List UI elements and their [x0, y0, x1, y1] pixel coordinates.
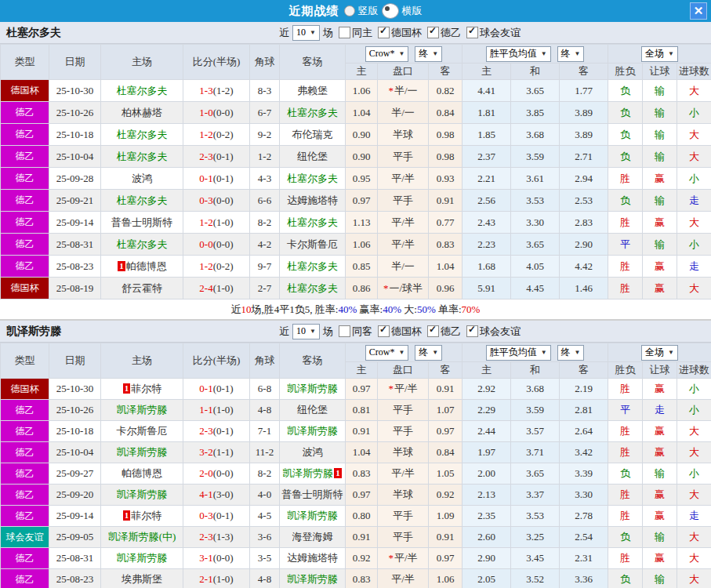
date-cell: 25-10-30 [49, 379, 101, 400]
chevron-down-icon: ▼ [668, 50, 674, 57]
friendly-checkbox[interactable] [466, 325, 478, 337]
handicap-line: 平手 [393, 425, 413, 437]
result-handicap-cell: 赢 [643, 421, 677, 442]
home-team-cell: 杜塞尔多夫 [101, 234, 183, 256]
result-handicap-cell: 赢 [643, 256, 677, 278]
score-cell: 0-1(0-1) [183, 168, 250, 190]
league-cell: 德乙 [1, 190, 49, 212]
radio-vertical-layout[interactable] [344, 5, 355, 16]
odds-home-cell: 0.83 [346, 569, 378, 588]
odds-home-cell: 0.97 [346, 485, 378, 506]
match-count-select[interactable]: 10 ▼ [292, 324, 320, 339]
radio-horizontal-label[interactable]: 横版 [402, 4, 423, 18]
same-home-label[interactable]: 同主 [352, 26, 372, 40]
friendly-label[interactable]: 球会友谊 [480, 26, 521, 40]
league2-checkbox[interactable] [427, 325, 439, 337]
league-cell: 德乙 [1, 442, 49, 463]
date-cell: 25-08-23 [49, 569, 101, 588]
odds-away-cell: 0.82 [429, 80, 463, 102]
handicap-line: 平/半 [391, 216, 415, 228]
league2-label[interactable]: 德乙 [441, 325, 461, 339]
league2-checkbox[interactable] [427, 27, 439, 38]
friendly-checkbox[interactable] [466, 27, 478, 38]
cup-label[interactable]: 德国杯 [391, 26, 422, 40]
avg-draw-cell: 3.59 [511, 400, 560, 421]
cup-checkbox[interactable] [378, 325, 390, 337]
league2-label[interactable]: 德乙 [441, 26, 461, 40]
handicap-line: 半/一 [391, 107, 415, 118]
odds-away-cell: 0.97 [429, 421, 463, 442]
match-row: 德乙25-09-14普鲁士明斯特1-2(1-0)8-2杜塞尔多夫1.13平/半0… [1, 212, 711, 234]
result-goals-cell: 大 [677, 442, 711, 463]
away-team-cell: 凯泽斯劳滕 [280, 506, 346, 527]
avg-away-cell: 2.19 [560, 379, 608, 400]
radio-horizontal-layout[interactable] [382, 3, 399, 19]
result-wdl-cell: 负 [608, 102, 643, 124]
avg-select[interactable]: 胜平负均值▼ [486, 46, 551, 62]
final-avg-select[interactable]: 终▼ [557, 345, 585, 361]
col-date: 日期 [49, 45, 101, 80]
handicap-line-cell: 半/一 [378, 256, 429, 278]
same-away-label[interactable]: 同客 [352, 325, 372, 339]
away-team-cell: 布伦瑞克 [280, 124, 346, 146]
team-name: 杜塞尔多夫 [287, 172, 338, 184]
filter-bar: 近 10 ▼ 场 同主 德国杯 德乙 球会友谊 [279, 25, 521, 41]
result-goals-cell: 大 [677, 569, 711, 588]
fulltime-score: 1-2 [199, 129, 212, 140]
handicap-line-cell: *半/一 [378, 80, 429, 102]
team-name: 普鲁士明斯特 [282, 488, 343, 500]
odds-home-cell: 1.04 [346, 442, 378, 463]
avg-home-cell: 5.91 [463, 278, 511, 299]
odds-home-cell: 0.80 [346, 506, 378, 527]
fulltime-select[interactable]: 全场▼ [641, 345, 678, 361]
same-home-checkbox[interactable] [339, 27, 350, 38]
same-away-checkbox[interactable] [339, 325, 350, 337]
bookmaker-select[interactable]: Crow*▼ [365, 46, 409, 62]
close-icon[interactable]: ✕ [690, 2, 707, 20]
odds-away-cell: 0.84 [429, 442, 463, 463]
bookmaker-select[interactable]: Crow*▼ [365, 345, 409, 361]
halftime-score: (0-0) [213, 194, 234, 206]
league-cell: 德乙 [1, 421, 49, 442]
friendly-label[interactable]: 球会友谊 [480, 325, 521, 339]
odds-away-cell: 0.77 [429, 212, 463, 234]
avg-away-cell: 2.90 [560, 234, 608, 256]
result-wdl-cell: 胜 [608, 379, 643, 400]
team-name: 达姆施塔特 [287, 194, 338, 206]
final-avg-select[interactable]: 终▼ [557, 46, 585, 62]
radio-vertical-label[interactable]: 竖版 [358, 4, 379, 18]
corner-cell: 7-1 [250, 421, 280, 442]
chevron-down-icon: ▼ [432, 50, 438, 57]
odds-away-cell: 0.92 [429, 485, 463, 506]
avg-draw-cell: 3.53 [511, 190, 560, 212]
result-wdl-cell: 胜 [608, 168, 643, 190]
halftime-score: (0-0) [213, 467, 234, 479]
avg-draw-cell: 4.05 [511, 256, 560, 278]
odds-home-cell: 1.06 [346, 234, 378, 256]
handicap-line-cell: 平手 [378, 527, 429, 548]
result-handicap-cell: 赢 [643, 278, 677, 299]
cup-label[interactable]: 德国杯 [391, 325, 422, 339]
fulltime-select[interactable]: 全场▼ [641, 46, 678, 62]
result-wdl-cell: 负 [608, 190, 643, 212]
halftime-score: (0-1) [213, 172, 234, 184]
match-count-select[interactable]: 10 ▼ [292, 25, 320, 41]
final-odds-select[interactable]: 终▼ [415, 345, 442, 361]
team-name: 普鲁士明斯特 [111, 216, 172, 228]
handicap-line: 平/半 [391, 573, 415, 585]
col-score: 比分(半场) [183, 45, 250, 80]
score-cell: 2-4(1-0) [183, 278, 250, 299]
bookmaker-value: Crow* [369, 48, 395, 60]
chevron-down-icon: ▼ [398, 349, 404, 356]
summary-segment: 10 [241, 303, 252, 315]
avg-select[interactable]: 胜平负均值▼ [486, 345, 551, 361]
final-odds-select[interactable]: 终▼ [415, 46, 442, 62]
cup-checkbox[interactable] [378, 27, 390, 38]
result-wdl-cell: 胜 [608, 256, 643, 278]
team-name: 凯泽斯劳滕 [117, 404, 168, 416]
col-wdl: 胜负 [608, 362, 643, 379]
home-team-cell: 杜塞尔多夫 [101, 80, 183, 102]
handicap-line-cell: 半/一 [378, 102, 429, 124]
league-cell: 德乙 [1, 212, 49, 234]
games-label: 场 [323, 325, 333, 339]
